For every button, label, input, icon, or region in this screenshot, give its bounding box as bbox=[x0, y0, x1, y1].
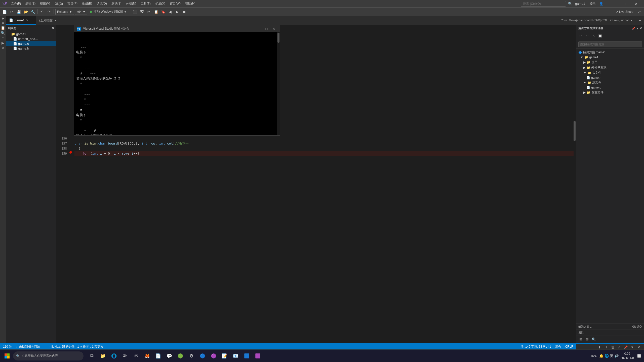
debug-console-content[interactable]: --- --- --- 电脑下 * --- --- # --- 请输入你想要落子… bbox=[74, 32, 280, 135]
solution-search-input[interactable] bbox=[578, 41, 642, 47]
rs-properties-label[interactable]: 属性 bbox=[578, 331, 584, 334]
login-button[interactable]: 登录 bbox=[588, 1, 597, 6]
tree-game1[interactable]: ▼ 📁 game1 bbox=[577, 55, 643, 60]
undo2-button[interactable]: ↶ bbox=[39, 9, 45, 15]
toolbar-btn-5[interactable]: 📋 bbox=[153, 9, 159, 15]
sidebar-item-gameh[interactable]: 📄 game.h bbox=[6, 46, 56, 51]
live-share-button[interactable]: ↗ Live Share bbox=[614, 10, 635, 14]
debug-console-close[interactable]: ✕ bbox=[270, 26, 277, 31]
toolbar-btn-8[interactable]: ▶ bbox=[174, 9, 180, 15]
breakpoint-159[interactable] bbox=[69, 151, 72, 154]
taskbar-app-edge[interactable]: 🌐 bbox=[109, 351, 119, 361]
menu-view[interactable]: 视图(V) bbox=[38, 1, 52, 7]
menu-edit[interactable]: 编辑(E) bbox=[23, 1, 37, 7]
config-dropdown[interactable]: Release ▼ bbox=[55, 9, 74, 15]
close-button[interactable]: ✕ bbox=[630, 0, 642, 8]
taskbar-app-browser2[interactable]: 🔵 bbox=[197, 351, 208, 361]
zoom-level[interactable]: 110 % bbox=[3, 345, 12, 348]
tree-resources[interactable]: ▶ 📁 资源文件 bbox=[577, 90, 643, 95]
toolbar-btn-1[interactable]: 🔧 bbox=[30, 9, 36, 15]
taskbar-app-task-view[interactable]: ⧉ bbox=[87, 351, 97, 361]
tree-refs[interactable]: ▶ 📁 引用 bbox=[577, 60, 643, 65]
activity-icon-1[interactable]: ⚑ bbox=[2, 17, 4, 20]
menu-help[interactable]: 帮助(H) bbox=[183, 1, 197, 7]
tree-gameh[interactable]: 📄 game.h bbox=[577, 75, 643, 80]
activity-git-icon[interactable]: ⑂ bbox=[2, 36, 4, 40]
rs-git-label[interactable]: Git 提交 bbox=[632, 325, 642, 329]
tree-external[interactable]: ▶ 📁 外部依赖项 bbox=[577, 65, 643, 70]
sidebar-item-game1[interactable]: 📁 game1 bbox=[6, 32, 56, 36]
menu-test[interactable]: 测试(S) bbox=[109, 1, 124, 7]
activity-search-icon[interactable]: 🔍 bbox=[1, 31, 5, 35]
tree-sources[interactable]: ▼ 📁 源文件 bbox=[577, 80, 643, 85]
taskbar-app-outlook[interactable]: 📧 bbox=[230, 351, 241, 361]
taskbar-app-extra[interactable]: 🟪 bbox=[253, 351, 263, 361]
menu-window[interactable]: 窗口(W) bbox=[168, 1, 183, 7]
taskbar-app-settings[interactable]: ⚙ bbox=[186, 351, 197, 361]
tree-headers[interactable]: ▼ 📁 头文件 bbox=[577, 70, 643, 75]
run-button[interactable]: ▶ 本地 Windows 调试器 ▼ bbox=[88, 9, 129, 14]
rs-btn-1[interactable]: ↩ bbox=[578, 33, 583, 39]
prop-btn-1[interactable]: ⊞ bbox=[578, 337, 583, 342]
taskbar-app-teams[interactable]: 🟦 bbox=[242, 351, 252, 361]
rs-solution-label[interactable]: 解决方案... bbox=[578, 325, 592, 329]
save-button[interactable]: 💾 bbox=[16, 9, 22, 15]
sidebar-settings-icon[interactable]: ⚙ bbox=[52, 27, 54, 30]
toolbar-btn-3[interactable]: 🖼 bbox=[139, 9, 145, 15]
debug-console-minimize[interactable]: ─ bbox=[255, 26, 262, 31]
toolbar-btn-2[interactable]: ⬛ bbox=[132, 9, 138, 15]
line-ending-info[interactable]: 混合 bbox=[555, 345, 561, 349]
scope-dropdown-icon[interactable]: ▼ bbox=[54, 19, 57, 22]
rs-btn-home[interactable]: ⌂ bbox=[591, 33, 596, 39]
open-button[interactable]: 📂 bbox=[23, 9, 29, 15]
menu-tools[interactable]: 工具(T) bbox=[139, 1, 152, 7]
menu-project[interactable]: 项目(P) bbox=[65, 1, 79, 7]
taskbar-app-mail[interactable]: ✉ bbox=[131, 351, 141, 361]
code-content[interactable]: char is_Win ( char board [ROW][COL], int… bbox=[72, 135, 576, 343]
encoding-info[interactable]: CRLF bbox=[565, 345, 573, 348]
menu-file[interactable]: 文件(F) bbox=[9, 1, 23, 7]
taskbar-app-store[interactable]: 🛍 bbox=[120, 351, 130, 361]
expand-button[interactable]: ⤢ bbox=[636, 9, 642, 15]
func-dropdown-icon[interactable]: ▼ bbox=[630, 19, 633, 22]
taskbar-app-notepad[interactable]: 📄 bbox=[153, 351, 164, 361]
rs-btn-filter[interactable]: 🔲 bbox=[597, 33, 603, 39]
sidebar-item-gamec[interactable]: 📄 game.c bbox=[6, 41, 56, 46]
rs-btn-2[interactable]: ↪ bbox=[584, 33, 590, 39]
menu-build[interactable]: 生成(B) bbox=[80, 1, 94, 7]
add-tab-button[interactable]: + bbox=[636, 16, 644, 25]
activity-ext-icon[interactable]: ⧉ bbox=[2, 46, 4, 50]
editor-scrollbar[interactable] bbox=[574, 25, 576, 343]
rs-collapse-icon[interactable]: ▼ bbox=[636, 27, 639, 30]
menu-debug[interactable]: 调试(D) bbox=[95, 1, 109, 7]
no-issues-btn[interactable]: ✓ 未找到相关问题 bbox=[16, 345, 40, 349]
maximize-button[interactable]: □ bbox=[618, 0, 630, 8]
sidebar-item-corecrt[interactable]: 📄 corecrt_sea... bbox=[6, 36, 56, 41]
debug-console-scrollbar[interactable] bbox=[277, 32, 280, 135]
toolbar-btn-7[interactable]: ◀ bbox=[167, 9, 173, 15]
taskbar-app-word[interactable]: 📝 bbox=[219, 351, 230, 361]
start-button[interactable] bbox=[2, 351, 12, 361]
tab-game1[interactable]: 📄 game1 ✕ bbox=[6, 16, 36, 25]
menu-analyze[interactable]: 分析(N) bbox=[124, 1, 138, 7]
debug-console-scrollbar-thumb[interactable] bbox=[277, 33, 279, 43]
activity-icon-2[interactable]: ⚙ bbox=[2, 21, 4, 25]
activity-debug-icon[interactable]: ▶ bbox=[2, 41, 4, 45]
taskbar-app-firefox[interactable]: 🦊 bbox=[142, 351, 152, 361]
platform-dropdown[interactable]: x64 ▼ bbox=[75, 9, 87, 15]
global-search-input[interactable] bbox=[521, 1, 566, 7]
menu-extensions[interactable]: 扩展(X) bbox=[153, 1, 167, 7]
undo-button[interactable]: ↩ bbox=[9, 9, 15, 15]
taskbar-app-wechat[interactable]: 🟢 bbox=[175, 351, 186, 361]
debug-console-maximize[interactable]: □ bbox=[263, 26, 270, 31]
taskbar-app-vs[interactable]: 🟣 bbox=[208, 351, 219, 361]
new-file-button[interactable]: 📄 bbox=[2, 9, 8, 15]
menu-git[interactable]: Git(G) bbox=[53, 1, 65, 6]
tab-close-icon[interactable]: ✕ bbox=[26, 19, 28, 22]
taskbar-app-files[interactable]: 📁 bbox=[98, 351, 108, 361]
rs-pin-icon[interactable]: 📌 bbox=[632, 27, 635, 30]
rs-close-icon[interactable]: ✕ bbox=[639, 27, 642, 30]
show-desktop-btn[interactable]: ⬜ bbox=[636, 354, 642, 358]
toolbar-btn-4[interactable]: ✂ bbox=[146, 9, 152, 15]
editor-scrollbar-thumb[interactable] bbox=[574, 121, 576, 141]
